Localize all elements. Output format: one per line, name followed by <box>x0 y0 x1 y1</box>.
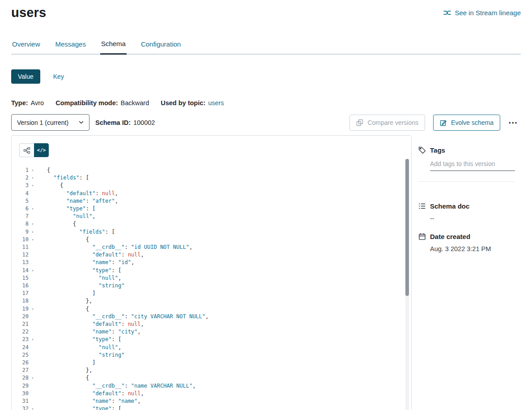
line-number: 6 <box>12 205 29 213</box>
sidebar-divider <box>418 181 515 182</box>
line-number: 30 <box>12 390 29 397</box>
fold-spacer <box>29 282 37 290</box>
code-line-text: { <box>37 236 89 243</box>
topic-link[interactable]: users <box>208 99 224 107</box>
fold-toggle-icon[interactable]: ▾ <box>29 182 37 189</box>
code-line: 5 "name": "after", <box>12 197 411 205</box>
fold-spacer <box>29 359 37 367</box>
code-view-icon: </> <box>37 147 46 153</box>
code-line-text: { <box>37 167 50 174</box>
schema-sidebar: Tags Schema doc <box>412 135 521 410</box>
code-line: 9▾ "fields": [ <box>12 228 411 236</box>
code-line: 19▾ { <box>12 305 411 313</box>
version-select[interactable]: Version 1 (current) <box>11 114 89 131</box>
key-toggle-button[interactable]: Key <box>47 69 71 84</box>
fold-spacer <box>29 390 37 397</box>
line-number: 4 <box>12 190 29 197</box>
tree-view-button[interactable] <box>19 143 34 157</box>
compare-versions-button[interactable]: Compare versions <box>349 115 425 131</box>
editor-scrollbar-thumb[interactable] <box>405 159 409 296</box>
fold-toggle-icon[interactable]: ▾ <box>29 305 37 313</box>
tab-overview[interactable]: Overview <box>11 40 41 54</box>
code-line-text: "fields": [ <box>37 174 89 182</box>
fold-spacer <box>29 190 37 197</box>
fold-toggle-icon[interactable]: ▾ <box>29 336 37 343</box>
code-line-text: "default": null, <box>37 320 144 328</box>
evolve-schema-button[interactable]: Evolve schema <box>433 115 500 131</box>
compatibility-label: Compatibility mode: <box>55 99 118 107</box>
tab-messages[interactable]: Messages <box>55 40 87 54</box>
fold-toggle-icon[interactable]: ▾ <box>29 267 37 274</box>
code-line-text: "name": "id", <box>37 259 134 266</box>
used-by-topic: Used by topic:users <box>161 99 224 107</box>
fold-spacer <box>29 320 37 328</box>
code-line: 11 "__crdb__": "id UUID NOT NULL", <box>12 243 411 251</box>
line-number: 10 <box>12 236 29 243</box>
line-number: 26 <box>12 359 29 367</box>
code-line-text: "string" <box>37 282 124 290</box>
line-number: 20 <box>12 313 29 320</box>
code-line: 10▾ { <box>12 236 411 243</box>
code-line: 22 "name": "city", <box>12 328 411 336</box>
line-number: 3 <box>12 182 29 189</box>
code-line-text: "default": null, <box>37 390 144 397</box>
code-line-text: { <box>37 374 89 382</box>
stream-lineage-icon <box>443 9 451 17</box>
code-line-text: "type": [ <box>37 205 95 213</box>
fold-toggle-icon[interactable]: ▾ <box>29 167 37 174</box>
code-line-text: }, <box>37 367 92 374</box>
code-line: 16 "string" <box>12 282 411 290</box>
stream-lineage-link[interactable]: See in Stream lineage <box>443 9 521 17</box>
code-line-text: ] <box>37 359 95 367</box>
add-tags-input[interactable] <box>430 160 515 171</box>
fold-toggle-icon[interactable]: ▾ <box>29 220 37 228</box>
fold-spacer <box>29 243 37 251</box>
fold-spacer <box>29 290 37 297</box>
tab-bar: Overview Messages Schema Configuration <box>11 40 521 55</box>
tab-schema[interactable]: Schema <box>100 40 127 55</box>
schema-doc-value: -- <box>430 215 521 222</box>
fold-toggle-icon[interactable]: ▾ <box>29 228 37 236</box>
code-lines: 1▾{2▾ "fields": [3▾ {4 "default": null,5… <box>12 167 411 410</box>
calendar-icon <box>418 233 426 240</box>
type-value: Avro <box>31 99 44 107</box>
line-number: 13 <box>12 259 29 266</box>
editor-scrollbar-track[interactable] <box>405 159 409 410</box>
schema-id-value: 100002 <box>133 119 155 126</box>
line-number: 9 <box>12 228 29 236</box>
value-toggle-button[interactable]: Value <box>11 69 40 84</box>
schema-page: users See in Stream lineage Overview Mes… <box>0 0 532 410</box>
fold-spacer <box>29 328 37 336</box>
code-view-button[interactable]: </> <box>34 143 49 157</box>
line-number: 19 <box>12 305 29 313</box>
line-number: 18 <box>12 297 29 305</box>
code-line: 12 "default": null, <box>12 251 411 259</box>
code-line-text: "default": null, <box>37 251 144 259</box>
code-line: 23▾ "type": [ <box>12 336 411 343</box>
line-number: 1 <box>12 167 29 174</box>
more-options-button[interactable]: ⋯ <box>506 120 521 125</box>
fold-toggle-icon[interactable]: ▾ <box>29 405 37 410</box>
fold-spacer <box>29 297 37 305</box>
code-line-text: "name": "name", <box>37 397 141 405</box>
code-line-text: "fields": [ <box>37 228 115 236</box>
schema-doc-section: Schema doc -- <box>418 202 521 222</box>
line-number: 29 <box>12 382 29 390</box>
line-number: 17 <box>12 290 29 297</box>
code-line: 28▾ { <box>12 374 411 382</box>
fold-spacer <box>29 259 37 266</box>
tab-configuration[interactable]: Configuration <box>140 40 182 54</box>
tags-title: Tags <box>430 146 445 154</box>
type-label: Type: <box>11 99 28 107</box>
line-number: 16 <box>12 282 29 290</box>
fold-toggle-icon[interactable]: ▾ <box>29 374 37 382</box>
fold-toggle-icon[interactable]: ▾ <box>29 236 37 243</box>
line-number: 24 <box>12 344 29 351</box>
fold-toggle-icon[interactable]: ▾ <box>29 174 37 182</box>
code-line-text: "type": [ <box>37 405 121 410</box>
compatibility-mode: Compatibility mode:Backward <box>55 99 149 107</box>
line-number: 31 <box>12 397 29 405</box>
chevron-down-icon <box>79 121 84 124</box>
fold-toggle-icon[interactable]: ▾ <box>29 205 37 213</box>
code-line-text: "null", <box>37 344 121 351</box>
